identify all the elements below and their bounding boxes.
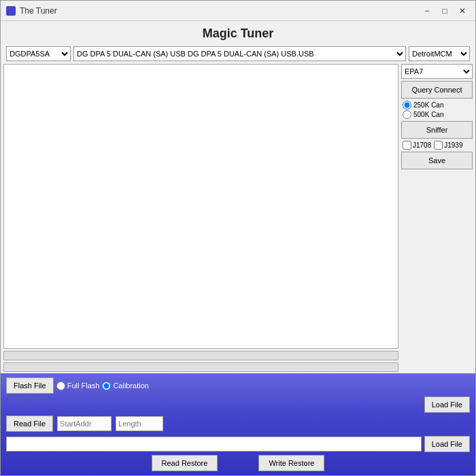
flash-file-button[interactable]: Flash File (6, 377, 54, 394)
write-restore-button[interactable]: Write Restore (258, 455, 324, 471)
restore-input-row: Load File (6, 436, 470, 452)
right-panel: EPA7 Query Connect 250K Can 500K Can Sni… (401, 64, 473, 372)
length-input[interactable] (116, 416, 163, 431)
flash-area-row: Flash File Full Flash Calibration (6, 377, 470, 394)
main-window: The Tuner − □ ✕ Magic Tuner DGDPA5SA DG … (0, 0, 476, 476)
query-connect-button[interactable]: Query Connect (401, 81, 473, 99)
restore-row: Read Restore Write Restore (6, 455, 470, 471)
calibration-radio-label[interactable]: Calibration (102, 381, 149, 390)
read-row: Read File (6, 415, 470, 432)
progress-bar-1 (3, 351, 398, 360)
app-title: Magic Tuner (1, 21, 475, 45)
radio-250k[interactable] (403, 101, 411, 109)
log-area (3, 64, 398, 349)
read-restore-button[interactable]: Read Restore (152, 455, 218, 471)
minimize-button[interactable]: − (420, 5, 435, 17)
title-bar: The Tuner − □ ✕ (1, 1, 475, 21)
j1708-checkbox[interactable] (403, 141, 411, 150)
read-file-button[interactable]: Read File (6, 415, 53, 432)
left-dropdown[interactable]: DGDPA5SA (6, 46, 71, 61)
j1939-label[interactable]: J1939 (434, 141, 462, 150)
restore-button[interactable]: □ (437, 5, 452, 17)
radio-250k-label[interactable]: 250K Can (403, 101, 473, 109)
window-controls: − □ ✕ (420, 5, 470, 17)
left-panel (3, 64, 398, 372)
main-area: EPA7 Query Connect 250K Can 500K Can Sni… (1, 63, 475, 373)
checkbox-group: J1708 J1939 (401, 141, 473, 150)
bottom-section: Flash File Full Flash Calibration Load F… (1, 373, 475, 475)
full-flash-radio-label[interactable]: Full Flash (56, 381, 100, 390)
load-file-button[interactable]: Load File (424, 396, 470, 413)
center-dropdown[interactable]: DG DPA 5 DUAL-CAN (SA) USB DG DPA 5 DUAL… (73, 46, 406, 61)
j1708-label[interactable]: J1708 (403, 141, 431, 150)
j1939-checkbox[interactable] (434, 141, 443, 150)
load-file-2-button[interactable]: Load File (424, 436, 470, 452)
load-file-row: Load File (6, 396, 470, 413)
radio-500k-label[interactable]: 500K Can (403, 110, 473, 119)
close-button[interactable]: ✕ (455, 5, 470, 17)
full-flash-radio[interactable] (56, 381, 65, 390)
radio-500k[interactable] (403, 110, 411, 119)
save-button[interactable]: Save (401, 152, 473, 169)
calibration-radio[interactable] (102, 381, 111, 390)
epa-dropdown[interactable]: EPA7 (401, 64, 473, 79)
start-addr-input[interactable] (57, 416, 112, 431)
progress-bar-2 (3, 362, 398, 372)
window-title: The Tuner (20, 6, 420, 16)
right-dropdown[interactable]: DetroitMCM (409, 46, 470, 61)
sniffer-button[interactable]: Sniffer (401, 121, 473, 139)
app-icon (6, 6, 16, 16)
top-controls: DGDPA5SA DG DPA 5 DUAL-CAN (SA) USB DG D… (1, 45, 475, 63)
restore-input[interactable] (6, 437, 422, 452)
can-radio-group: 250K Can 500K Can (401, 101, 473, 119)
